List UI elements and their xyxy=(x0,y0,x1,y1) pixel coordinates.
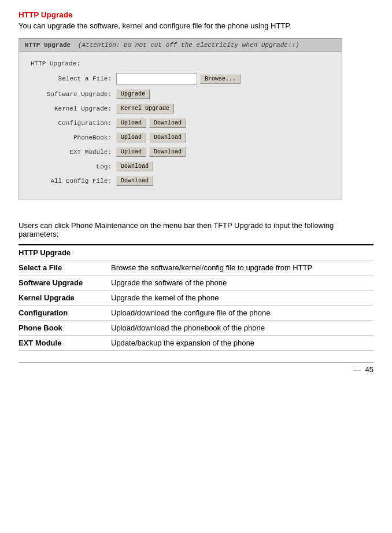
table-row: Phone Book Upload/download the phonebook… xyxy=(19,321,373,336)
page-number: 45 xyxy=(365,365,373,374)
term-kernel-upgrade: Kernel Upgrade xyxy=(19,291,111,306)
upgrade-button[interactable]: Upgrade xyxy=(116,89,150,99)
screenshot-box: HTTP Upgrade (Attention: Do not cut off … xyxy=(19,38,342,200)
label-software-upgrade: Software Upgrade: xyxy=(31,91,112,98)
def-select-file: Browse the software/kernel/config file t… xyxy=(111,260,373,275)
def-phone-book: Upload/download the phonebook of the pho… xyxy=(111,321,373,336)
def-ext-module: Update/backup the expansion of the phone xyxy=(111,336,373,351)
configuration-download-button[interactable]: Download xyxy=(149,118,186,128)
log-download-button[interactable]: Download xyxy=(116,161,153,171)
page-number-area: — 45 xyxy=(19,362,373,374)
table-row: Software Upgrade Upgrade the software of… xyxy=(19,275,373,291)
term-ext-module: EXT Module xyxy=(19,336,111,351)
row-log: Log: Download xyxy=(31,161,330,171)
row-ext-module: EXT Module: Upload Download xyxy=(31,147,330,157)
controls-configuration: Upload Download xyxy=(116,118,186,128)
table-header-label: HTTP Upgrade xyxy=(19,245,373,260)
controls-all-config-file: Download xyxy=(116,176,153,186)
term-select-file: Select a File xyxy=(19,260,111,275)
controls-kernel-upgrade: Kernel Upgrade xyxy=(116,104,174,113)
row-software-upgrade: Software Upgrade: Upgrade xyxy=(31,89,330,99)
description-text: Users can click Phone Maintenance on the… xyxy=(19,221,373,238)
all-config-download-button[interactable]: Download xyxy=(116,176,153,186)
table-row: Kernel Upgrade Upgrade the kernel of the… xyxy=(19,291,373,306)
controls-select-file: Browse... xyxy=(116,73,241,84)
info-table: HTTP Upgrade Select a File Browse the so… xyxy=(19,244,373,351)
row-phonebook: PhoneBook: Upload Download xyxy=(31,133,330,142)
label-select-file: Select a File: xyxy=(31,75,112,82)
configuration-upload-button[interactable]: Upload xyxy=(116,118,146,128)
term-configuration: Configuration xyxy=(19,306,111,321)
table-header: HTTP Upgrade xyxy=(19,245,373,260)
controls-log: Download xyxy=(116,161,153,171)
def-configuration: Upload/download the configure file of th… xyxy=(111,306,373,321)
table-row: Configuration Upload/download the config… xyxy=(19,306,373,321)
term-software-upgrade: Software Upgrade xyxy=(19,275,111,291)
page-number-dash: — xyxy=(353,365,361,374)
def-software-upgrade: Upgrade the software of the phone xyxy=(111,275,373,291)
phonebook-download-button[interactable]: Download xyxy=(149,133,186,142)
ext-module-download-button[interactable]: Download xyxy=(149,147,186,157)
row-all-config-file: All Config File: Download xyxy=(31,176,330,186)
label-ext-module: EXT Module: xyxy=(31,149,112,156)
browse-button[interactable]: Browse... xyxy=(200,74,241,84)
controls-ext-module: Upload Download xyxy=(116,147,186,157)
intro-text: You can upgrade the software, kernel and… xyxy=(19,21,373,30)
label-phonebook: PhoneBook: xyxy=(31,134,112,141)
table-row: Select a File Browse the software/kernel… xyxy=(19,260,373,275)
controls-phonebook: Upload Download xyxy=(116,133,186,142)
term-phone-book: Phone Book xyxy=(19,321,111,336)
kernel-upgrade-button[interactable]: Kernel Upgrade xyxy=(116,104,174,113)
row-kernel-upgrade: Kernel Upgrade: Kernel Upgrade xyxy=(31,104,330,113)
label-log: Log: xyxy=(31,163,112,170)
screenshot-title-note: (Attention: Do not cut off the electrici… xyxy=(78,42,299,49)
ext-module-upload-button[interactable]: Upload xyxy=(116,147,146,157)
label-all-config-file: All Config File: xyxy=(31,178,112,185)
file-input[interactable] xyxy=(116,73,197,84)
screenshot-title-bar: HTTP Upgrade (Attention: Do not cut off … xyxy=(19,39,342,52)
phonebook-upload-button[interactable]: Upload xyxy=(116,133,146,142)
def-kernel-upgrade: Upgrade the kernel of the phone xyxy=(111,291,373,306)
section-title: HTTP Upgrade xyxy=(19,10,373,19)
row-select-file: Select a File: Browse... xyxy=(31,73,330,84)
row-configuration: Configuration: Upload Download xyxy=(31,118,330,128)
form-label: HTTP Upgrade: xyxy=(31,60,330,67)
label-kernel-upgrade: Kernel Upgrade: xyxy=(31,105,112,112)
table-row: EXT Module Update/backup the expansion o… xyxy=(19,336,373,351)
label-configuration: Configuration: xyxy=(31,120,112,127)
controls-software-upgrade: Upgrade xyxy=(116,89,150,99)
screenshot-title-bold: HTTP Upgrade xyxy=(25,42,71,49)
